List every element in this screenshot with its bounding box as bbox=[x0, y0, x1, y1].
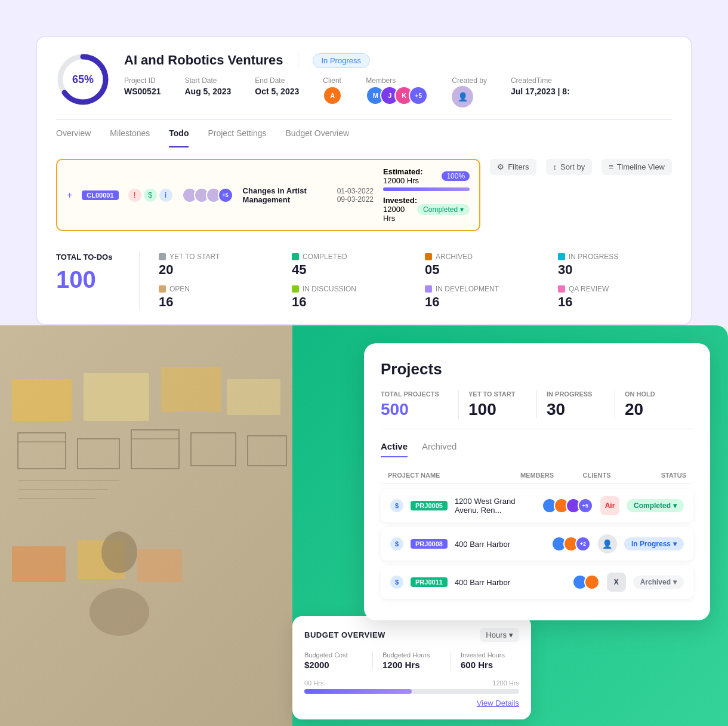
timeline-icon: ≡ bbox=[609, 162, 613, 171]
view-details-link[interactable]: View Details bbox=[304, 699, 519, 707]
tab-active-projects[interactable]: Active bbox=[381, 441, 408, 457]
task-date-end: 09-03-2022 bbox=[337, 195, 374, 204]
budget-bar-fill bbox=[304, 689, 412, 694]
project-id-label: Project ID bbox=[124, 76, 161, 85]
project-card: 65% AI and Robotics Ventures In Progress… bbox=[36, 36, 692, 325]
task-icons: ! $ i bbox=[128, 189, 172, 202]
chevron-down-icon: ▾ bbox=[460, 205, 464, 214]
svg-point-19 bbox=[90, 588, 149, 636]
svg-rect-2 bbox=[12, 379, 72, 421]
project-name: 1200 West Grand Avenu. Ren... bbox=[455, 497, 535, 515]
chevron-down-icon: ▾ bbox=[673, 502, 677, 510]
start-date-label: Start Date bbox=[184, 76, 231, 85]
stat-in-discussion: IN DISCUSSION 16 bbox=[292, 285, 406, 310]
client-logo: 👤 bbox=[598, 534, 617, 553]
task-status-badge[interactable]: Completed ▾ bbox=[417, 204, 470, 215]
timeline-button[interactable]: ≡ Timeline View bbox=[601, 159, 672, 175]
whiteboard-sketch bbox=[0, 325, 292, 726]
svg-rect-9 bbox=[131, 430, 179, 469]
task-member-count: +5 bbox=[218, 187, 233, 203]
tab-project-settings[interactable]: Project Settings bbox=[208, 120, 266, 147]
chevron-down-icon: ▾ bbox=[673, 578, 677, 586]
tab-todo[interactable]: Todo bbox=[169, 120, 189, 147]
stat-open: OPEN 16 bbox=[159, 285, 273, 310]
stat-yet-to-start: YET TO START 20 bbox=[159, 253, 273, 278]
budget-bar: 00 Hrs 1200 Hrs bbox=[304, 679, 519, 694]
stat-qa-review: QA REVIEW 16 bbox=[558, 285, 672, 310]
projects-tabs: Active Archived bbox=[381, 441, 693, 457]
task-icon-info: i bbox=[159, 189, 172, 202]
member-count-badge: +5 bbox=[578, 498, 593, 513]
members-row: M J K +5 bbox=[366, 86, 428, 105]
svg-rect-8 bbox=[78, 439, 119, 469]
sort-icon: ↕ bbox=[553, 162, 557, 171]
project-title: AI and Robotics Ventures bbox=[124, 53, 283, 68]
filters-button[interactable]: ⚙ Filters bbox=[490, 159, 536, 175]
budget-filter-button[interactable]: Hours ▾ bbox=[480, 628, 519, 642]
created-by-field: Created by 👤 bbox=[452, 76, 487, 107]
svg-rect-12 bbox=[248, 436, 286, 466]
expand-icon[interactable]: + bbox=[67, 190, 72, 201]
project-members: +5 bbox=[542, 498, 593, 513]
stat-archived: ARCHIVED 05 bbox=[425, 253, 539, 278]
member-count-badge: +2 bbox=[575, 536, 591, 552]
budget-bar-track bbox=[304, 689, 519, 694]
projects-card: Projects TOTAL PROJECTS 500 YET TO START… bbox=[364, 343, 710, 620]
chevron-down-icon: ▾ bbox=[509, 630, 513, 639]
created-time-field: CreatedTime Jul 17,2023 | 8: bbox=[511, 76, 570, 107]
task-invested: Invested: 12000 Hrs Completed ▾ bbox=[383, 196, 470, 223]
tab-milestones[interactable]: Milestones bbox=[110, 120, 150, 147]
status-pill[interactable]: Archived ▾ bbox=[633, 576, 684, 589]
task-members: +5 bbox=[182, 187, 233, 203]
project-name: 400 Barr Harbor bbox=[455, 540, 544, 549]
filter-icon: ⚙ bbox=[497, 162, 504, 171]
project-list: PROJECT NAME MEMBERS CLIENTS STATUS $ PR… bbox=[381, 467, 693, 599]
svg-rect-16 bbox=[12, 546, 66, 582]
svg-rect-3 bbox=[84, 373, 149, 421]
project-name: 400 Barr Harbor bbox=[455, 578, 565, 587]
task-progress: Estimated: 12000 Hrs 100% Invested: 1200… bbox=[383, 167, 470, 223]
client-field: Client A bbox=[323, 76, 342, 107]
projects-stats: TOTAL PROJECTS 500 YET TO START 100 IN P… bbox=[381, 390, 693, 429]
project-header: 65% AI and Robotics Ventures In Progress… bbox=[56, 51, 672, 119]
tab-archived-projects[interactable]: Archived bbox=[422, 441, 456, 457]
project-id-value: WS00521 bbox=[124, 87, 161, 96]
status-pill[interactable]: In Progress ▾ bbox=[624, 537, 684, 550]
todo-stats: TOTAL TO-DOs 100 YET TO START 20 COMPLET… bbox=[56, 241, 672, 324]
progress-donut: 65% bbox=[56, 53, 110, 106]
bottom-section: Projects TOTAL PROJECTS 500 YET TO START… bbox=[0, 325, 728, 726]
project-id-field: Project ID WS00521 bbox=[124, 76, 161, 107]
svg-rect-18 bbox=[137, 549, 182, 582]
member-avatar bbox=[584, 574, 600, 590]
client-logo: Air bbox=[600, 496, 619, 515]
progress-bar bbox=[383, 187, 470, 191]
todo-total: TOTAL TO-DOs 100 bbox=[56, 253, 140, 310]
projects-title: Projects bbox=[381, 360, 693, 379]
tab-overview[interactable]: Overview bbox=[56, 120, 91, 147]
project-id: PRJ0011 bbox=[411, 577, 448, 587]
chevron-down-icon: ▾ bbox=[673, 540, 677, 548]
status-pill[interactable]: Completed ▾ bbox=[627, 499, 684, 512]
task-percent: 100% bbox=[442, 171, 470, 181]
svg-rect-5 bbox=[227, 379, 280, 415]
project-icon: $ bbox=[390, 576, 403, 589]
members-label: Members bbox=[366, 76, 428, 85]
created-time-value: Jul 17,2023 | 8: bbox=[511, 87, 570, 96]
client-label: Client bbox=[323, 76, 342, 85]
svg-rect-4 bbox=[161, 367, 221, 412]
created-by-avatar: 👤 bbox=[452, 86, 473, 107]
start-date-value: Aug 5, 2023 bbox=[184, 87, 231, 96]
budget-title: BUDGET OVERVIEW bbox=[304, 630, 385, 639]
todo-grid: YET TO START 20 COMPLETED 45 ARCHIVED 05 bbox=[159, 253, 672, 310]
task-date-start: 01-03-2022 bbox=[337, 187, 374, 195]
budget-card: BUDGET OVERVIEW Hours ▾ Budgeted Cost $2… bbox=[292, 616, 531, 719]
task-estimated: Estimated: 12000 Hrs 100% bbox=[383, 167, 470, 185]
project-id: PRJ0005 bbox=[411, 501, 448, 510]
table-row: $ PRJ0005 1200 West Grand Avenu. Ren... … bbox=[381, 489, 693, 522]
progress-fill bbox=[383, 187, 470, 191]
sort-button[interactable]: ↕ Sort by bbox=[546, 159, 593, 175]
project-id: PRJ0008 bbox=[411, 539, 448, 549]
end-date-value: Oct 5, 2023 bbox=[255, 87, 299, 96]
tab-budget-overview[interactable]: Budget Overview bbox=[286, 120, 350, 147]
table-row: $ PRJ0008 400 Barr Harbor +2 👤 In Progre… bbox=[381, 527, 693, 561]
